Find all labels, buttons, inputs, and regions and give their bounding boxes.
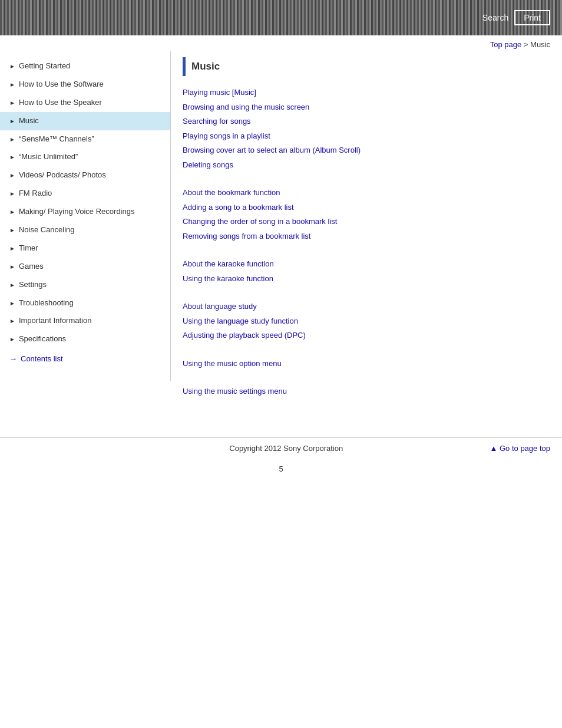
section-title: Music — [183, 57, 544, 76]
link-group-5: Using the music option menu — [183, 358, 544, 370]
sidebar-item-label: Music — [19, 116, 39, 126]
page-number: 5 — [0, 459, 562, 485]
sidebar-item-label: How to Use the Software — [19, 80, 104, 90]
sidebar-item-videos-podcasts-photos[interactable]: ► Videos/ Podcasts/ Photos — [0, 166, 170, 185]
chevron-right-icon: ► — [9, 245, 15, 252]
sidebar-item-label: FM Radio — [19, 189, 52, 199]
search-button[interactable]: Search — [482, 13, 508, 22]
chevron-right-icon: ► — [9, 190, 15, 197]
arrow-right-icon: → — [9, 354, 17, 363]
sidebar-item-label: Noise Canceling — [19, 225, 75, 235]
link-adding-bookmark[interactable]: Adding a song to a bookmark list — [183, 202, 544, 213]
sidebar-item-music-unlimited[interactable]: ► “Music Unlimited” — [0, 148, 170, 166]
sidebar-item-making-playing-voice[interactable]: ► Making/ Playing Voice Recordings — [0, 203, 170, 221]
link-playing-playlist[interactable]: Playing songs in a playlist — [183, 130, 544, 142]
link-group-4: About language study Using the language … — [183, 301, 544, 341]
sidebar-item-fm-radio[interactable]: ► FM Radio — [0, 185, 170, 203]
sidebar-item-getting-started[interactable]: ► Getting Started — [0, 57, 170, 75]
content-area: Music Playing music [Music] Browsing and… — [171, 51, 562, 426]
chevron-right-icon: ► — [9, 317, 15, 325]
sidebar-item-label: “SensMe™ Channels” — [19, 134, 94, 144]
link-using-karaoke[interactable]: Using the karaoke function — [183, 273, 544, 285]
sidebar-item-games[interactable]: ► Games — [0, 258, 170, 276]
sidebar-item-label: Getting Started — [19, 61, 70, 71]
breadcrumb-top-link[interactable]: Top page — [490, 40, 522, 49]
link-browsing-cover-art[interactable]: Browsing cover art to select an album (A… — [183, 144, 544, 156]
link-using-language-study[interactable]: Using the language study function — [183, 315, 544, 327]
sidebar-item-settings[interactable]: ► Settings — [0, 276, 170, 294]
link-music-option-menu[interactable]: Using the music option menu — [183, 358, 544, 370]
sidebar-item-label: Troubleshooting — [19, 298, 74, 308]
sidebar-item-label: How to Use the Speaker — [19, 98, 102, 108]
link-adjusting-playback-speed[interactable]: Adjusting the playback speed (DPC) — [183, 330, 544, 341]
sidebar-item-music[interactable]: ► Music — [0, 112, 170, 130]
link-group-2: About the bookmark function Adding a son… — [183, 187, 544, 242]
sidebar-item-label: Making/ Playing Voice Recordings — [19, 207, 135, 217]
chevron-right-icon: ► — [9, 226, 15, 234]
link-group-3: About the karaoke function Using the kar… — [183, 258, 544, 284]
contents-list-label: Contents list — [21, 354, 63, 363]
link-changing-order-bookmark[interactable]: Changing the order of song in a bookmark… — [183, 216, 544, 228]
link-about-bookmark[interactable]: About the bookmark function — [183, 187, 544, 199]
link-playing-music[interactable]: Playing music [Music] — [183, 87, 544, 98]
chevron-right-icon: ► — [9, 153, 15, 161]
sidebar-item-label: “Music Unlimited” — [19, 152, 78, 162]
sidebar-item-sensme-channels[interactable]: ► “SensMe™ Channels” — [0, 130, 170, 149]
sidebar-item-how-to-use-speaker[interactable]: ► How to Use the Speaker — [0, 94, 170, 112]
print-button[interactable]: Print — [514, 10, 550, 25]
sidebar-item-noise-canceling[interactable]: ► Noise Canceling — [0, 221, 170, 239]
link-removing-bookmark[interactable]: Removing songs from a bookmark list — [183, 230, 544, 242]
chevron-right-icon: ► — [9, 172, 15, 179]
sidebar-item-label: Important Information — [19, 316, 92, 326]
link-deleting-songs[interactable]: Deleting songs — [183, 159, 544, 171]
chevron-right-icon: ► — [9, 335, 15, 343]
link-browsing-music-screen[interactable]: Browsing and using the music screen — [183, 101, 544, 113]
sidebar-item-timer[interactable]: ► Timer — [0, 239, 170, 258]
chevron-right-icon: ► — [9, 299, 15, 307]
header-bar: Search Print — [0, 0, 562, 35]
breadcrumb-current: Music — [530, 40, 550, 49]
link-group-1: Playing music [Music] Browsing and using… — [183, 87, 544, 170]
page-footer: Copyright 2012 Sony Corporation ▲ Go to … — [0, 437, 562, 459]
sidebar-item-specifications[interactable]: ► Specifications — [0, 330, 170, 348]
breadcrumb-separator: > — [521, 40, 530, 49]
sidebar-item-label: Settings — [19, 280, 47, 290]
sidebar-item-troubleshooting[interactable]: ► Troubleshooting — [0, 294, 170, 312]
chevron-right-icon: ► — [9, 81, 15, 88]
sidebar: ► Getting Started ► How to Use the Softw… — [0, 51, 171, 381]
chevron-right-icon: ► — [9, 208, 15, 216]
contents-list-link[interactable]: → Contents list — [0, 348, 170, 369]
breadcrumb: Top page > Music — [0, 35, 562, 51]
chevron-right-icon: ► — [9, 62, 15, 70]
sidebar-item-label: Games — [19, 262, 44, 272]
link-about-language-study[interactable]: About language study — [183, 301, 544, 312]
sidebar-item-how-to-use-software[interactable]: ► How to Use the Software — [0, 75, 170, 94]
link-searching-songs[interactable]: Searching for songs — [183, 116, 544, 127]
sidebar-item-important-information[interactable]: ► Important Information — [0, 312, 170, 330]
copyright-text: Copyright 2012 Sony Corporation — [82, 444, 490, 453]
sidebar-item-label: Timer — [19, 243, 38, 253]
chevron-right-icon: ► — [9, 99, 15, 107]
chevron-right-icon: ► — [9, 117, 15, 125]
go-to-top-link[interactable]: ▲ Go to page top — [490, 444, 551, 453]
chevron-right-icon: ► — [9, 281, 15, 289]
link-about-karaoke[interactable]: About the karaoke function — [183, 258, 544, 270]
chevron-right-icon: ► — [9, 263, 15, 271]
main-layout: ► Getting Started ► How to Use the Softw… — [0, 51, 562, 426]
chevron-right-icon: ► — [9, 136, 15, 143]
link-group-6: Using the music settings menu — [183, 386, 544, 397]
sidebar-item-label: Videos/ Podcasts/ Photos — [19, 170, 106, 180]
sidebar-item-label: Specifications — [19, 334, 66, 344]
link-music-settings-menu[interactable]: Using the music settings menu — [183, 386, 544, 397]
